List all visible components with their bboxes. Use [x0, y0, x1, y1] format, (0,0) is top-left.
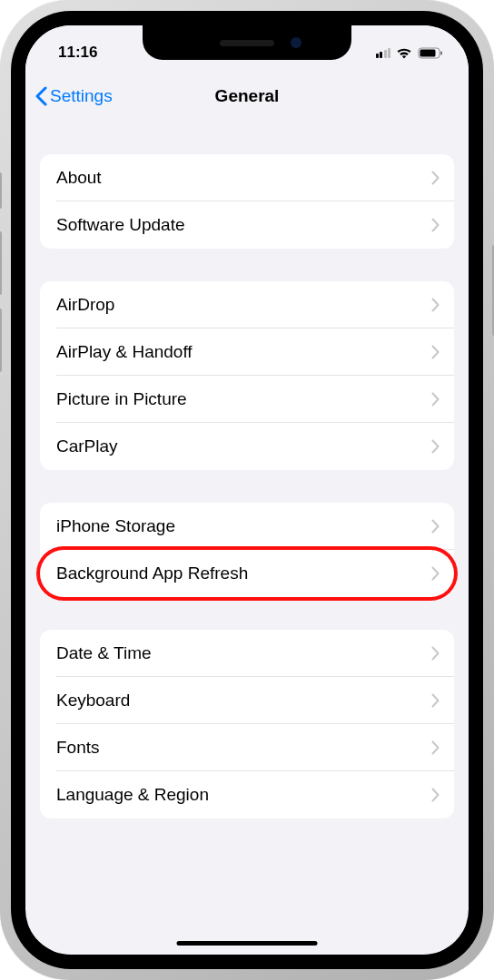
cellular-signal-icon: [376, 47, 391, 58]
row-label: Keyboard: [56, 691, 130, 710]
row-keyboard[interactable]: Keyboard: [40, 677, 454, 724]
back-button[interactable]: Settings: [35, 86, 113, 106]
settings-group: iPhone StorageBackground App Refresh: [40, 503, 454, 597]
row-fonts[interactable]: Fonts: [40, 724, 454, 771]
chevron-right-icon: [431, 439, 440, 454]
chevron-right-icon: [431, 218, 440, 232]
volume-down-button: [0, 309, 2, 372]
screen: 11:16: [25, 25, 469, 955]
back-label: Settings: [50, 86, 113, 106]
chevron-right-icon: [431, 345, 440, 359]
row-picture-in-picture[interactable]: Picture in Picture: [40, 376, 454, 423]
chevron-right-icon: [431, 646, 440, 661]
chevron-right-icon: [431, 519, 440, 534]
row-label: iPhone Storage: [56, 516, 175, 536]
svg-rect-2: [440, 51, 442, 54]
nav-bar: Settings General: [25, 71, 469, 122]
settings-group: AboutSoftware Update: [40, 154, 454, 249]
row-airplay-handoff[interactable]: AirPlay & Handoff: [40, 328, 454, 376]
row-label: Fonts: [56, 738, 100, 758]
phone-bezel: 11:16: [11, 11, 483, 969]
settings-group: AirDropAirPlay & HandoffPicture in Pictu…: [40, 281, 454, 470]
row-label: About: [56, 168, 102, 188]
chevron-left-icon: [35, 86, 47, 106]
row-carplay[interactable]: CarPlay: [40, 423, 454, 470]
status-right: [376, 47, 444, 59]
row-language-region[interactable]: Language & Region: [40, 771, 454, 818]
status-time: 11:16: [58, 44, 97, 62]
settings-group: Date & TimeKeyboardFontsLanguage & Regio…: [40, 630, 454, 818]
notch: [143, 25, 351, 60]
phone-frame: 11:16: [0, 0, 494, 980]
chevron-right-icon: [431, 740, 440, 755]
silent-switch: [0, 172, 2, 209]
row-label: Background App Refresh: [56, 564, 248, 583]
row-background-app-refresh[interactable]: Background App Refresh: [40, 550, 454, 597]
notch-speaker: [220, 40, 274, 46]
wifi-icon: [396, 47, 412, 59]
home-indicator[interactable]: [177, 941, 318, 946]
row-label: AirDrop: [56, 295, 114, 315]
row-iphone-storage[interactable]: iPhone Storage: [40, 503, 454, 550]
chevron-right-icon: [431, 788, 440, 802]
chevron-right-icon: [431, 693, 440, 708]
chevron-right-icon: [431, 392, 440, 407]
row-software-update[interactable]: Software Update: [40, 201, 454, 249]
row-airdrop[interactable]: AirDrop: [40, 281, 454, 328]
battery-icon: [418, 47, 443, 59]
chevron-right-icon: [431, 298, 440, 312]
row-label: AirPlay & Handoff: [56, 342, 193, 362]
chevron-right-icon: [431, 566, 440, 581]
row-label: CarPlay: [56, 436, 118, 456]
front-camera: [291, 37, 301, 48]
volume-up-button: [0, 231, 2, 295]
content-scroll[interactable]: AboutSoftware UpdateAirDropAirPlay & Han…: [25, 122, 469, 955]
chevron-right-icon: [431, 171, 440, 185]
row-label: Software Update: [56, 215, 185, 235]
page-title: General: [215, 86, 280, 106]
row-label: Date & Time: [56, 643, 152, 663]
svg-rect-1: [420, 49, 436, 56]
row-about[interactable]: About: [40, 154, 454, 201]
row-label: Picture in Picture: [56, 389, 187, 409]
row-date-time[interactable]: Date & Time: [40, 630, 454, 677]
row-label: Language & Region: [56, 785, 209, 805]
